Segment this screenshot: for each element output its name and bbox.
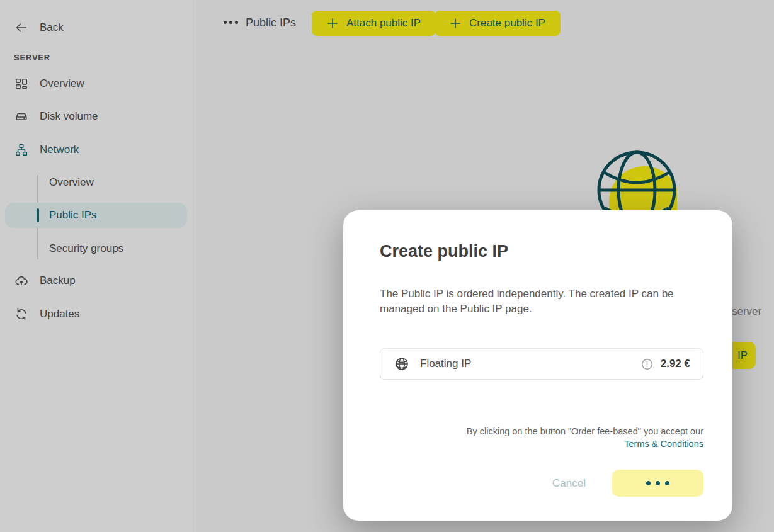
- loading-dot: [656, 481, 660, 485]
- globe-icon: [394, 356, 409, 371]
- create-public-ip-dialog: Create public IP The Public IP is ordere…: [343, 210, 732, 521]
- loading-dot: [665, 481, 669, 485]
- price-label: 2.92 €: [661, 358, 690, 370]
- info-icon[interactable]: [641, 358, 653, 370]
- page: Back SERVER Overview Disk volume Network…: [0, 0, 774, 532]
- cancel-button[interactable]: Cancel: [552, 477, 586, 490]
- dialog-title: Create public IP: [380, 242, 703, 261]
- terms-and-conditions-link[interactable]: Terms & Conditions: [624, 439, 703, 449]
- floating-ip-label: Floating IP: [420, 358, 471, 370]
- dialog-footer: Cancel: [380, 470, 703, 497]
- terms-text: By clicking on the button "Order fee-bas…: [380, 425, 703, 450]
- floating-ip-option-row[interactable]: Floating IP 2.92 €: [380, 348, 703, 380]
- loading-dot: [646, 481, 651, 485]
- dialog-description: The Public IP is ordered independently. …: [380, 286, 703, 317]
- terms-sentence: By clicking on the button "Order fee-bas…: [467, 426, 703, 436]
- order-fee-based-button-loading[interactable]: [612, 470, 703, 497]
